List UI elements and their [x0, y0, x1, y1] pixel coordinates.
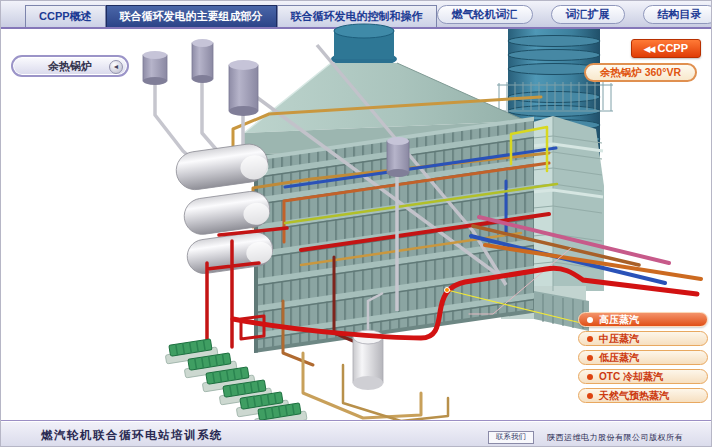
component-name-button[interactable]: 余热锅炉 ◄	[11, 55, 129, 77]
steam-label-otc[interactable]: OTC 冷却蒸汽	[578, 369, 708, 384]
steam-label-text: 低压蒸汽	[599, 351, 639, 365]
model-viewport: 余热锅炉 ◄ ◀◀CCPP 余热锅炉 360°VR 高压蒸汽 中压蒸汽 低压蒸汽…	[1, 29, 712, 420]
steam-label-text: 高压蒸汽	[599, 313, 639, 327]
contact-us-button[interactable]: 联系我们	[488, 431, 534, 444]
steam-label-list: 高压蒸汽 中压蒸汽 低压蒸汽 OTC 冷却蒸汽 天然气预热蒸汽	[578, 312, 708, 403]
bullet-icon	[587, 355, 593, 361]
steam-drums	[174, 142, 275, 276]
vr-360-button[interactable]: 余热锅炉 360°VR	[584, 63, 697, 82]
ccpp-training-app: CCPP概述 联合循环发电的主要组成部分 联合循环发电的控制和操作 燃气轮机词汇…	[0, 0, 712, 447]
bullet-icon	[587, 393, 593, 399]
rewind-icon: ◀◀	[644, 44, 654, 54]
component-name-label: 余热锅炉	[48, 59, 92, 74]
status-bar: 燃汽轮机联合循环电站培训系统 联系我们 陕西运维电力股份有限公司版权所有	[1, 420, 711, 447]
steam-label-text: 中压蒸汽	[599, 332, 639, 346]
steam-label-hp[interactable]: 高压蒸汽	[578, 312, 708, 327]
steam-label-text: 天然气预热蒸汽	[599, 389, 669, 403]
audio-play-icon[interactable]: ◄	[109, 60, 123, 74]
bullet-icon	[587, 374, 593, 380]
system-title: 燃汽轮机联合循环电站培训系统	[41, 428, 223, 443]
steam-label-fuel-preheat[interactable]: 天然气预热蒸汽	[578, 388, 708, 403]
steam-label-lp[interactable]: 低压蒸汽	[578, 350, 708, 365]
bullet-icon	[587, 336, 593, 342]
back-to-ccpp-button[interactable]: ◀◀CCPP	[631, 39, 701, 58]
bullet-icon	[587, 317, 593, 323]
steam-label-ip[interactable]: 中压蒸汽	[578, 331, 708, 346]
valve-actuators	[164, 338, 307, 428]
back-to-ccpp-label: CCPP	[657, 42, 688, 54]
copyright-text: 陕西运维电力股份有限公司版权所有	[547, 432, 683, 443]
steam-label-text: OTC 冷却蒸汽	[599, 370, 663, 384]
